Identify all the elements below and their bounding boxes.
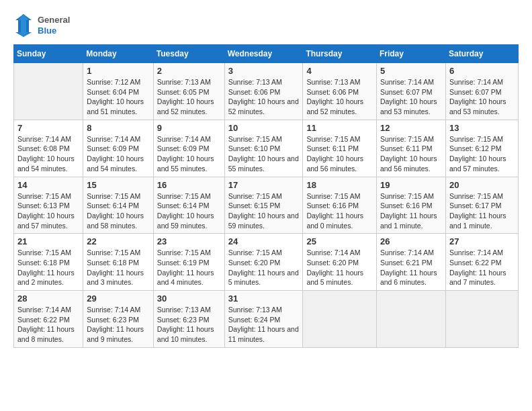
day-cell: 31 Sunrise: 7:13 AMSunset: 6:24 PMDaylig… xyxy=(224,291,303,348)
day-info: Sunrise: 7:15 AMSunset: 6:14 PMDaylight:… xyxy=(87,192,144,230)
day-cell: 2 Sunrise: 7:13 AMSunset: 6:05 PMDayligh… xyxy=(153,63,224,120)
day-cell: 3 Sunrise: 7:13 AMSunset: 6:06 PMDayligh… xyxy=(224,63,303,120)
day-info: Sunrise: 7:15 AMSunset: 6:16 PMDaylight:… xyxy=(306,192,363,230)
day-number: 27 xyxy=(449,236,515,246)
day-number: 4 xyxy=(306,66,373,76)
day-cell: 17 Sunrise: 7:15 AMSunset: 6:15 PMDaylig… xyxy=(224,177,303,234)
day-info: Sunrise: 7:15 AMSunset: 6:20 PMDaylight:… xyxy=(228,248,299,286)
logo-svg xyxy=(13,13,34,38)
day-info: Sunrise: 7:15 AMSunset: 6:13 PMDaylight:… xyxy=(17,192,75,230)
day-number: 20 xyxy=(449,180,515,190)
day-number: 16 xyxy=(157,180,221,190)
day-number: 26 xyxy=(380,236,442,246)
logo: General Blue xyxy=(13,13,70,38)
day-cell xyxy=(14,63,83,120)
day-info: Sunrise: 7:14 AMSunset: 6:09 PMDaylight:… xyxy=(157,135,214,173)
day-number: 10 xyxy=(228,123,300,133)
day-cell xyxy=(303,291,377,348)
day-info: Sunrise: 7:15 AMSunset: 6:16 PMDaylight:… xyxy=(380,192,437,230)
day-cell xyxy=(445,291,518,348)
day-number: 15 xyxy=(87,180,149,190)
week-row-3: 14 Sunrise: 7:15 AMSunset: 6:13 PMDaylig… xyxy=(14,177,519,234)
day-cell: 25 Sunrise: 7:14 AMSunset: 6:20 PMDaylig… xyxy=(303,234,377,291)
day-info: Sunrise: 7:12 AMSunset: 6:04 PMDaylight:… xyxy=(87,78,144,116)
day-number: 31 xyxy=(228,293,300,304)
day-cell: 24 Sunrise: 7:15 AMSunset: 6:20 PMDaylig… xyxy=(224,234,303,291)
day-info: Sunrise: 7:15 AMSunset: 6:17 PMDaylight:… xyxy=(449,192,506,230)
day-cell: 10 Sunrise: 7:15 AMSunset: 6:10 PMDaylig… xyxy=(224,120,303,177)
day-info: Sunrise: 7:13 AMSunset: 6:24 PMDaylight:… xyxy=(228,306,299,343)
col-header-friday: Friday xyxy=(376,45,445,63)
logo-general: General xyxy=(38,15,70,26)
day-info: Sunrise: 7:14 AMSunset: 6:08 PMDaylight:… xyxy=(17,135,75,173)
day-number: 24 xyxy=(228,236,300,246)
day-cell: 15 Sunrise: 7:15 AMSunset: 6:14 PMDaylig… xyxy=(83,177,153,234)
day-cell: 30 Sunrise: 7:13 AMSunset: 6:23 PMDaylig… xyxy=(153,291,224,348)
day-number: 17 xyxy=(228,180,300,190)
day-cell: 11 Sunrise: 7:15 AMSunset: 6:11 PMDaylig… xyxy=(303,120,377,177)
day-number: 21 xyxy=(17,236,79,246)
day-cell: 26 Sunrise: 7:14 AMSunset: 6:21 PMDaylig… xyxy=(376,234,445,291)
day-info: Sunrise: 7:15 AMSunset: 6:18 PMDaylight:… xyxy=(87,248,144,286)
day-number: 14 xyxy=(17,180,79,190)
day-info: Sunrise: 7:14 AMSunset: 6:07 PMDaylight:… xyxy=(449,78,506,116)
day-cell: 7 Sunrise: 7:14 AMSunset: 6:08 PMDayligh… xyxy=(14,120,83,177)
day-number: 13 xyxy=(449,123,515,133)
day-info: Sunrise: 7:15 AMSunset: 6:11 PMDaylight:… xyxy=(306,135,363,173)
week-row-5: 28 Sunrise: 7:14 AMSunset: 6:22 PMDaylig… xyxy=(14,291,519,348)
day-number: 2 xyxy=(157,66,221,76)
day-cell: 13 Sunrise: 7:15 AMSunset: 6:12 PMDaylig… xyxy=(445,120,518,177)
day-cell: 8 Sunrise: 7:14 AMSunset: 6:09 PMDayligh… xyxy=(83,120,153,177)
day-info: Sunrise: 7:15 AMSunset: 6:10 PMDaylight:… xyxy=(228,135,299,173)
day-info: Sunrise: 7:14 AMSunset: 6:20 PMDaylight:… xyxy=(306,248,363,286)
day-cell: 4 Sunrise: 7:13 AMSunset: 6:06 PMDayligh… xyxy=(303,63,377,120)
day-number: 1 xyxy=(87,66,149,76)
day-info: Sunrise: 7:14 AMSunset: 6:07 PMDaylight:… xyxy=(380,78,437,116)
day-cell: 9 Sunrise: 7:14 AMSunset: 6:09 PMDayligh… xyxy=(153,120,224,177)
day-number: 19 xyxy=(380,180,442,190)
day-cell: 5 Sunrise: 7:14 AMSunset: 6:07 PMDayligh… xyxy=(376,63,445,120)
day-info: Sunrise: 7:13 AMSunset: 6:06 PMDaylight:… xyxy=(306,78,363,116)
day-info: Sunrise: 7:14 AMSunset: 6:21 PMDaylight:… xyxy=(380,248,437,286)
day-cell: 6 Sunrise: 7:14 AMSunset: 6:07 PMDayligh… xyxy=(445,63,518,120)
day-cell: 14 Sunrise: 7:15 AMSunset: 6:13 PMDaylig… xyxy=(14,177,83,234)
col-header-wednesday: Wednesday xyxy=(224,45,303,63)
col-header-sunday: Sunday xyxy=(14,45,83,63)
day-cell: 23 Sunrise: 7:15 AMSunset: 6:19 PMDaylig… xyxy=(153,234,224,291)
day-cell: 28 Sunrise: 7:14 AMSunset: 6:22 PMDaylig… xyxy=(14,291,83,348)
day-cell: 27 Sunrise: 7:14 AMSunset: 6:22 PMDaylig… xyxy=(445,234,518,291)
day-cell: 22 Sunrise: 7:15 AMSunset: 6:18 PMDaylig… xyxy=(83,234,153,291)
day-info: Sunrise: 7:15 AMSunset: 6:12 PMDaylight:… xyxy=(449,135,506,173)
day-number: 5 xyxy=(380,66,442,76)
col-header-saturday: Saturday xyxy=(445,45,518,63)
day-number: 30 xyxy=(157,293,221,304)
day-cell: 12 Sunrise: 7:15 AMSunset: 6:11 PMDaylig… xyxy=(376,120,445,177)
day-info: Sunrise: 7:14 AMSunset: 6:22 PMDaylight:… xyxy=(17,306,75,343)
day-cell: 1 Sunrise: 7:12 AMSunset: 6:04 PMDayligh… xyxy=(83,63,153,120)
day-number: 22 xyxy=(87,236,149,246)
day-info: Sunrise: 7:14 AMSunset: 6:23 PMDaylight:… xyxy=(87,306,144,343)
day-cell: 19 Sunrise: 7:15 AMSunset: 6:16 PMDaylig… xyxy=(376,177,445,234)
day-number: 12 xyxy=(380,123,442,133)
day-number: 6 xyxy=(449,66,515,76)
day-cell: 20 Sunrise: 7:15 AMSunset: 6:17 PMDaylig… xyxy=(445,177,518,234)
day-number: 29 xyxy=(87,293,149,304)
week-row-1: 1 Sunrise: 7:12 AMSunset: 6:04 PMDayligh… xyxy=(14,63,519,120)
day-info: Sunrise: 7:15 AMSunset: 6:18 PMDaylight:… xyxy=(17,248,75,286)
header-row: SundayMondayTuesdayWednesdayThursdayFrid… xyxy=(14,45,519,63)
day-number: 3 xyxy=(228,66,300,76)
week-row-2: 7 Sunrise: 7:14 AMSunset: 6:08 PMDayligh… xyxy=(14,120,519,177)
day-cell: 18 Sunrise: 7:15 AMSunset: 6:16 PMDaylig… xyxy=(303,177,377,234)
day-number: 9 xyxy=(157,123,221,133)
day-cell: 16 Sunrise: 7:15 AMSunset: 6:14 PMDaylig… xyxy=(153,177,224,234)
day-number: 18 xyxy=(306,180,373,190)
day-info: Sunrise: 7:13 AMSunset: 6:06 PMDaylight:… xyxy=(228,78,299,116)
day-number: 7 xyxy=(17,123,79,133)
day-number: 25 xyxy=(306,236,373,246)
page-header: General Blue xyxy=(13,13,519,38)
day-number: 23 xyxy=(157,236,221,246)
day-info: Sunrise: 7:15 AMSunset: 6:11 PMDaylight:… xyxy=(380,135,437,173)
day-cell: 29 Sunrise: 7:14 AMSunset: 6:23 PMDaylig… xyxy=(83,291,153,348)
day-info: Sunrise: 7:13 AMSunset: 6:23 PMDaylight:… xyxy=(157,306,214,343)
day-info: Sunrise: 7:15 AMSunset: 6:19 PMDaylight:… xyxy=(157,248,214,286)
